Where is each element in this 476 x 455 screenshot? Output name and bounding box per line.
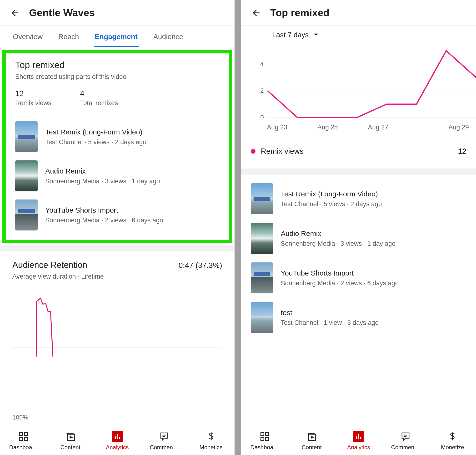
nav-monetize[interactable]: Monetize bbox=[429, 427, 476, 455]
tab-audience[interactable]: Audience bbox=[152, 25, 184, 47]
svg-rect-1 bbox=[20, 433, 23, 436]
nav-analytics[interactable]: Analytics bbox=[335, 427, 382, 455]
page-title: Top remixed bbox=[270, 7, 330, 19]
list-item[interactable]: Test Remix (Long-Form Video) Test Channe… bbox=[15, 121, 219, 152]
stat-total-remixes: 4 Total remixes bbox=[80, 89, 132, 107]
list-item-meta: Sonnenberg Media · 2 views · 6 days ago bbox=[45, 217, 163, 224]
dashboard-icon bbox=[259, 431, 270, 442]
list-item[interactable]: YouTube Shorts Import Sonnenberg Media ·… bbox=[251, 262, 467, 293]
svg-rect-18 bbox=[265, 433, 269, 436]
retention-title: Audience Retention bbox=[12, 260, 87, 270]
dashboard-icon bbox=[18, 431, 29, 442]
stat-divider bbox=[66, 89, 66, 107]
monetize-icon bbox=[206, 431, 217, 442]
app-header: Top remixed bbox=[241, 0, 476, 25]
legend-dot-icon bbox=[251, 149, 255, 154]
thumbnail bbox=[251, 262, 273, 293]
thumbnail bbox=[251, 302, 273, 333]
content-icon bbox=[306, 431, 317, 442]
top-remixed-card: Top remixed Shorts created using parts o… bbox=[2, 50, 232, 243]
audience-retention-card: Audience Retention 0:47 (37.3%) Average … bbox=[0, 252, 235, 427]
nav-label: Content bbox=[302, 444, 322, 451]
date-range-label: Last 7 days bbox=[272, 31, 309, 39]
list-item[interactable]: test Test Channel · 1 view · 3 days ago bbox=[251, 302, 467, 333]
list-item[interactable]: Audio Remix Sonnenberg Media · 3 views ·… bbox=[15, 160, 219, 191]
card-subtitle: Shorts created using parts of this video bbox=[15, 73, 219, 81]
list-item-title: YouTube Shorts Import bbox=[45, 206, 163, 214]
svg-rect-3 bbox=[20, 437, 23, 440]
chevron-down-icon bbox=[313, 33, 319, 36]
nav-label: Commen… bbox=[391, 444, 420, 451]
list-item-meta: Sonnenberg Media · 3 views · 1 day ago bbox=[281, 240, 396, 247]
y-axis-label: 100% bbox=[12, 414, 28, 421]
monetize-icon bbox=[447, 431, 458, 442]
list-item-meta: Sonnenberg Media · 3 views · 1 day ago bbox=[45, 178, 160, 185]
analytics-icon bbox=[353, 431, 364, 442]
analytics-icon bbox=[112, 431, 123, 442]
panel-separator bbox=[235, 0, 241, 455]
top-remixed-detail-panel: Top remixed Last 7 days 0 2 4 Aug 23 Aug bbox=[241, 0, 476, 455]
nav-comments[interactable]: Commen… bbox=[382, 427, 429, 455]
thumbnail bbox=[15, 200, 38, 230]
nav-monetize[interactable]: Monetize bbox=[188, 427, 235, 455]
tab-engagement[interactable]: Engagement bbox=[94, 25, 139, 47]
list-item[interactable]: Audio Remix Sonnenberg Media · 3 views ·… bbox=[251, 223, 467, 254]
card-title: Top remixed bbox=[15, 60, 219, 70]
list-item-meta: Sonnenberg Media · 2 views · 6 days ago bbox=[281, 280, 399, 287]
list-item-meta: Test Channel · 1 view · 3 days ago bbox=[281, 319, 379, 326]
nav-comments[interactable]: Commen… bbox=[141, 427, 188, 455]
tab-reach[interactable]: Reach bbox=[57, 25, 80, 47]
svg-text:2: 2 bbox=[260, 87, 264, 94]
list-item-info: Test Remix (Long-Form Video) Test Channe… bbox=[45, 128, 146, 146]
back-button[interactable] bbox=[251, 8, 261, 18]
date-range-dropdown[interactable]: Last 7 days bbox=[241, 25, 476, 45]
svg-rect-2 bbox=[24, 433, 27, 436]
back-arrow-icon bbox=[10, 8, 20, 18]
nav-dashboard[interactable]: Dashboa… bbox=[0, 427, 47, 455]
stat-value: 4 bbox=[80, 89, 118, 98]
stat-row: 12 Remix views 4 Total remixes bbox=[15, 89, 219, 107]
list-item-title: test bbox=[281, 309, 379, 317]
nav-label: Monetize bbox=[199, 444, 223, 451]
back-button[interactable] bbox=[10, 8, 20, 18]
x-tick: Aug 27 bbox=[368, 124, 418, 131]
list-item-title: Audio Remix bbox=[281, 229, 396, 238]
bottom-nav: Dashboa… Content Analytics Commen… Monet… bbox=[0, 427, 235, 455]
svg-rect-19 bbox=[261, 437, 264, 440]
list-item-title: YouTube Shorts Import bbox=[281, 269, 399, 277]
nav-content[interactable]: Content bbox=[47, 427, 94, 455]
x-tick: Aug 25 bbox=[317, 124, 368, 131]
app-header: Gentle Waves bbox=[0, 0, 235, 25]
nav-label: Dashboa… bbox=[9, 444, 38, 451]
bottom-nav: Dashboa… Content Analytics Commen… Monet… bbox=[241, 427, 476, 455]
thumbnail bbox=[251, 183, 273, 214]
nav-analytics[interactable]: Analytics bbox=[94, 427, 141, 455]
remix-list: Test Remix (Long-Form Video) Test Channe… bbox=[241, 175, 476, 427]
list-item-title: Test Remix (Long-Form Video) bbox=[281, 190, 382, 198]
chart-legend: Remix views 12 bbox=[251, 147, 467, 162]
list-item-info: test Test Channel · 1 view · 3 days ago bbox=[281, 309, 379, 326]
tab-overview[interactable]: Overview bbox=[12, 25, 44, 47]
list-item[interactable]: YouTube Shorts Import Sonnenberg Media ·… bbox=[15, 200, 219, 230]
stat-value: 12 bbox=[15, 89, 51, 98]
svg-rect-17 bbox=[261, 433, 264, 436]
section-gap bbox=[241, 169, 476, 175]
list-item[interactable]: Test Remix (Long-Form Video) Test Channe… bbox=[251, 183, 467, 214]
nav-label: Analytics bbox=[106, 444, 129, 451]
svg-rect-20 bbox=[265, 437, 269, 440]
content-icon bbox=[65, 431, 76, 442]
engagement-panel: Gentle Waves Overview Reach Engagement A… bbox=[0, 0, 235, 455]
nav-label: Commen… bbox=[150, 444, 179, 451]
nav-label: Dashboa… bbox=[251, 444, 279, 451]
comments-icon bbox=[400, 431, 411, 442]
thumbnail bbox=[15, 160, 38, 191]
nav-label: Content bbox=[60, 444, 80, 451]
thumbnail bbox=[15, 121, 38, 152]
nav-dashboard[interactable]: Dashboa… bbox=[241, 427, 288, 455]
list-item-title: Audio Remix bbox=[45, 167, 160, 175]
nav-content[interactable]: Content bbox=[288, 427, 335, 455]
list-item-meta: Test Channel · 5 views · 2 days ago bbox=[281, 200, 382, 208]
nav-label: Analytics bbox=[347, 444, 370, 451]
x-tick: Aug 29 bbox=[418, 124, 476, 131]
retention-value: 0:47 (37.3%) bbox=[179, 261, 222, 270]
